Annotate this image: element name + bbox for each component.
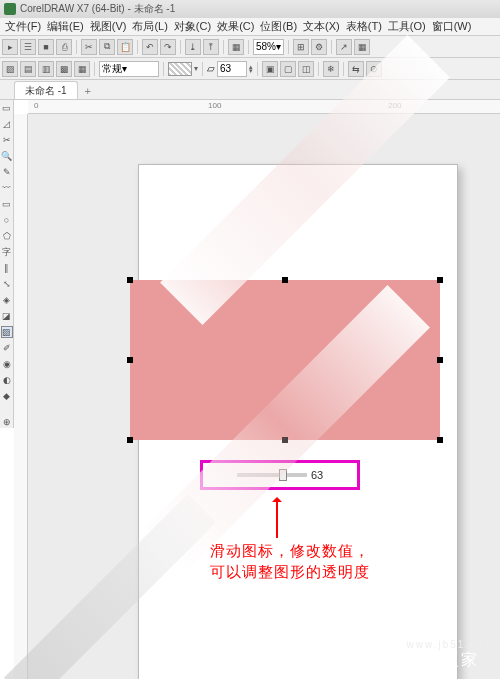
outline-tool[interactable]: ◉ bbox=[1, 358, 13, 370]
standard-toolbar: ▸ ☰ ■ ⎙ ✂ ⧉ 📋 ↶ ↷ ⤓ ⤒ ▦ 58% ▾ ⊞ ⚙ ↗ ▦ bbox=[0, 36, 500, 58]
document-tab[interactable]: 未命名 -1 bbox=[14, 81, 78, 99]
undo-button[interactable]: ↶ bbox=[142, 39, 158, 55]
add-tab-button[interactable]: + bbox=[80, 83, 96, 99]
save-button[interactable]: ■ bbox=[38, 39, 54, 55]
menu-object[interactable]: 对象(C) bbox=[171, 19, 214, 34]
transparency-icon: ▱ bbox=[207, 63, 215, 74]
menu-window[interactable]: 窗口(W) bbox=[429, 19, 475, 34]
transparency-slider-popup: 63 bbox=[200, 460, 360, 490]
handle-bot-right[interactable] bbox=[437, 437, 443, 443]
transparency-type-1[interactable]: ▨ bbox=[2, 61, 18, 77]
copy-props-button[interactable]: ⇆ bbox=[348, 61, 364, 77]
menu-tools[interactable]: 工具(O) bbox=[385, 19, 429, 34]
parallel-tool[interactable]: ∥ bbox=[1, 262, 13, 274]
transparency-swatch[interactable] bbox=[168, 62, 192, 76]
dropdown-icon[interactable]: ▾ bbox=[194, 64, 198, 73]
menu-bitmap[interactable]: 位图(B) bbox=[257, 19, 300, 34]
clear-button[interactable]: ⊘ bbox=[366, 61, 382, 77]
handle-mid-left[interactable] bbox=[127, 357, 133, 363]
slider-thumb[interactable] bbox=[279, 469, 287, 481]
apply-fill-button[interactable]: ▣ bbox=[262, 61, 278, 77]
handle-bot-left[interactable] bbox=[127, 437, 133, 443]
apply-outline-button[interactable]: ▢ bbox=[280, 61, 296, 77]
freeze-button[interactable]: ❄ bbox=[323, 61, 339, 77]
horizontal-ruler: 0 100 200 bbox=[28, 100, 500, 114]
crop-tool[interactable]: ✂ bbox=[1, 134, 13, 146]
connector-tool[interactable]: ⤡ bbox=[1, 278, 13, 290]
transparency-type-2[interactable]: ▤ bbox=[20, 61, 36, 77]
copy-button[interactable]: ⧉ bbox=[99, 39, 115, 55]
cut-button[interactable]: ✂ bbox=[81, 39, 97, 55]
menu-table[interactable]: 表格(T) bbox=[343, 19, 385, 34]
text-tool[interactable]: 字 bbox=[1, 246, 13, 258]
transparency-value-input[interactable]: 63 bbox=[217, 61, 247, 77]
artistic-tool[interactable]: 〰 bbox=[1, 182, 13, 194]
zoom-tool[interactable]: 🔍 bbox=[1, 150, 13, 162]
transparency-tool[interactable]: ▨ bbox=[1, 326, 13, 338]
import-button[interactable]: ⤓ bbox=[185, 39, 201, 55]
menu-file[interactable]: 文件(F) bbox=[2, 19, 44, 34]
zoom-dropdown[interactable]: 58% ▾ bbox=[253, 39, 284, 55]
apply-all-button[interactable]: ◫ bbox=[298, 61, 314, 77]
freehand-tool[interactable]: ✎ bbox=[1, 166, 13, 178]
toolbox: ▭ ◿ ✂ 🔍 ✎ 〰 ▭ ○ ⬠ 字 ∥ ⤡ ◈ ◪ ▨ ✐ ◉ ◐ ◆ ⊕ bbox=[0, 100, 14, 428]
open-button[interactable]: ☰ bbox=[20, 39, 36, 55]
edit-tool[interactable]: ◈ bbox=[1, 294, 13, 306]
window-titlebar: CorelDRAW X7 (64-Bit) - 未命名 -1 bbox=[0, 0, 500, 18]
vertical-ruler bbox=[14, 114, 28, 679]
annotation-arrow bbox=[276, 498, 278, 538]
annotation-text: 滑动图标，修改数值， 可以调整图形的透明度 bbox=[210, 540, 370, 582]
options-button[interactable]: ⚙ bbox=[311, 39, 327, 55]
selected-rectangle[interactable] bbox=[130, 280, 440, 440]
menu-effects[interactable]: 效果(C) bbox=[214, 19, 257, 34]
property-toolbar: ▨ ▤ ▥ ▩ ▦ 常规 ▾ ▾ ▱ 63 ▴▾ ▣ ▢ ◫ ❄ ⇆ ⊘ bbox=[0, 58, 500, 80]
polygon-tool[interactable]: ⬠ bbox=[1, 230, 13, 242]
dropshadow-tool[interactable]: ◪ bbox=[1, 310, 13, 322]
rectangle-tool[interactable]: ▭ bbox=[1, 198, 13, 210]
merge-mode-dropdown[interactable]: 常规 ▾ bbox=[99, 61, 159, 77]
transparency-type-5[interactable]: ▦ bbox=[74, 61, 90, 77]
handle-top-mid[interactable] bbox=[282, 277, 288, 283]
new-button[interactable]: ▸ bbox=[2, 39, 18, 55]
interactive-fill-tool[interactable]: ◆ bbox=[1, 390, 13, 402]
fill-tool[interactable]: ◐ bbox=[1, 374, 13, 386]
eyedropper-tool[interactable]: ✐ bbox=[1, 342, 13, 354]
shape-tool[interactable]: ◿ bbox=[1, 118, 13, 130]
watermark: www.jb51.net 脚本之家 bbox=[407, 639, 490, 671]
dock-button[interactable]: ▦ bbox=[354, 39, 370, 55]
menu-layout[interactable]: 布局(L) bbox=[129, 19, 170, 34]
pick-tool[interactable]: ▭ bbox=[1, 102, 13, 114]
menu-view[interactable]: 视图(V) bbox=[87, 19, 130, 34]
handle-bot-mid[interactable] bbox=[282, 437, 288, 443]
menu-bar: 文件(F) 编辑(E) 视图(V) 布局(L) 对象(C) 效果(C) 位图(B… bbox=[0, 18, 500, 36]
quick-custom-tool[interactable]: ⊕ bbox=[1, 416, 13, 428]
menu-edit[interactable]: 编辑(E) bbox=[44, 19, 87, 34]
slider-value: 63 bbox=[311, 469, 323, 481]
launch-button[interactable]: ↗ bbox=[336, 39, 352, 55]
print-button[interactable]: ⎙ bbox=[56, 39, 72, 55]
transparency-slider[interactable] bbox=[237, 473, 307, 477]
ellipse-tool[interactable]: ○ bbox=[1, 214, 13, 226]
app-icon bbox=[4, 3, 16, 15]
handle-top-left[interactable] bbox=[127, 277, 133, 283]
handle-mid-right[interactable] bbox=[437, 357, 443, 363]
publish-button[interactable]: ▦ bbox=[228, 39, 244, 55]
redo-button[interactable]: ↷ bbox=[160, 39, 176, 55]
menu-text[interactable]: 文本(X) bbox=[300, 19, 343, 34]
transparency-type-4[interactable]: ▩ bbox=[56, 61, 72, 77]
paste-button[interactable]: 📋 bbox=[117, 39, 133, 55]
window-title: CorelDRAW X7 (64-Bit) - 未命名 -1 bbox=[20, 2, 175, 16]
handle-top-right[interactable] bbox=[437, 277, 443, 283]
snap-button[interactable]: ⊞ bbox=[293, 39, 309, 55]
export-button[interactable]: ⤒ bbox=[203, 39, 219, 55]
stepper-icon[interactable]: ▴▾ bbox=[249, 65, 253, 72]
transparency-type-3[interactable]: ▥ bbox=[38, 61, 54, 77]
document-tabs: 未命名 -1 + bbox=[0, 80, 500, 100]
